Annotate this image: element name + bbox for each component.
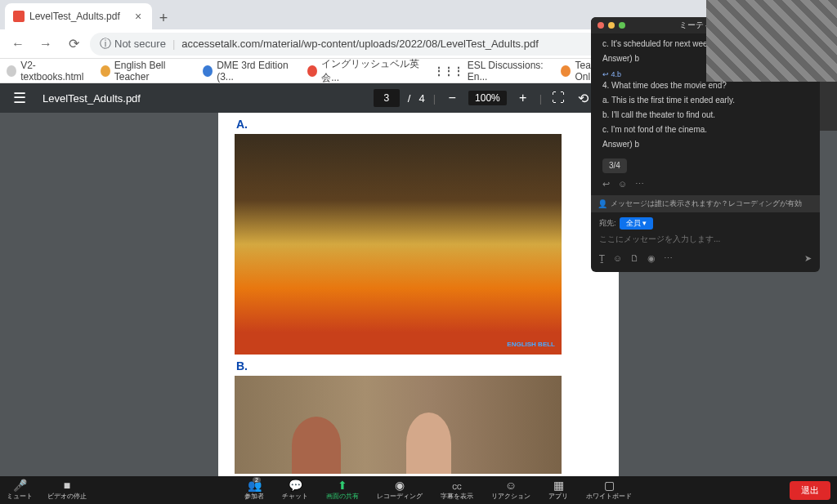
chat-footer: Ṯ ☺ 🗋 ◉ ⋯ ➤ — [591, 248, 820, 272]
chat-line: a. This is the first time it ended early… — [602, 95, 808, 106]
bookmark-icon — [203, 65, 213, 77]
send-icon[interactable]: ➤ — [804, 253, 812, 264]
bookmark-icon — [307, 65, 317, 77]
format-icon[interactable]: Ṯ — [599, 253, 605, 264]
bookmark-icon — [101, 65, 110, 77]
chat-input[interactable] — [599, 234, 812, 243]
emoji-picker-icon[interactable]: ☺ — [613, 253, 622, 264]
image-a-fruit-market: ENGLISH BELL — [235, 134, 562, 355]
zoom-level[interactable]: 100% — [468, 91, 507, 105]
url-text: accessetalk.com/material/wp-content/uplo… — [181, 38, 538, 50]
bookmark-item[interactable]: ⋮⋮⋮ESL Discussions: En... — [434, 60, 550, 83]
rotate-button[interactable]: ⟲ — [575, 91, 591, 106]
screenshot-icon[interactable]: ◉ — [647, 253, 656, 264]
back-button[interactable]: ← — [7, 33, 29, 56]
whiteboard-icon: ▢ — [604, 479, 615, 491]
pdf-icon — [13, 11, 25, 22]
total-pages: 4 — [418, 92, 424, 105]
window-min-icon[interactable] — [608, 22, 615, 29]
pdf-menu-icon[interactable]: ☰ — [13, 89, 33, 107]
smile-icon: ☺ — [505, 479, 517, 491]
chat-line: c. I'm not fond of the cinema. — [602, 124, 808, 136]
security-indicator[interactable]: Not secure — [100, 37, 166, 51]
zoom-out-button[interactable]: − — [444, 91, 460, 105]
bookmark-icon — [7, 65, 16, 77]
image-label-a: A. — [236, 118, 602, 131]
image-b-restaurant — [235, 376, 562, 474]
bookmark-item[interactable]: イングリッシュベル英会... — [307, 57, 423, 85]
apps-icon: ▦ — [553, 479, 564, 491]
whiteboard-button[interactable]: ▢ホワイトボード — [586, 479, 632, 501]
video-button[interactable]: ■ビデオの停止 — [47, 479, 87, 501]
record-button[interactable]: ◉レコーディング — [377, 479, 423, 501]
to-selector[interactable]: 全員 ▾ — [620, 217, 654, 230]
share-icon: ⬆ — [338, 479, 347, 491]
pdf-filename: LevelTest_Adults.pdf — [43, 92, 141, 105]
watermark: ENGLISH BELL — [507, 341, 555, 348]
participants-button[interactable]: 2👥参加者 — [244, 479, 264, 501]
close-tab-icon[interactable]: × — [132, 11, 144, 22]
mic-icon: 🎤 — [13, 479, 27, 491]
more-options-icon[interactable]: ⋯ — [664, 253, 673, 264]
reply-icon[interactable]: ↩ — [602, 178, 610, 190]
chat-compose: 宛先: 全員 ▾ — [591, 212, 820, 248]
camera-icon: ■ — [64, 479, 70, 491]
reactions-button[interactable]: ☺リアクション — [491, 479, 530, 501]
pdf-page: A. ENGLISH BELL B. — [218, 113, 619, 476]
bookmark-icon: ⋮⋮⋮ — [434, 65, 463, 77]
emoji-icon[interactable]: ☺ — [618, 178, 627, 190]
page-number-input[interactable]: 3 — [374, 89, 400, 107]
zoom-controls-bar: 🎤ミュート ■ビデオの停止 2👥参加者 💬チャット ⬆画面の共有 ◉レコーディン… — [0, 476, 837, 504]
bookmark-item[interactable]: V2-textbooks.html — [7, 60, 89, 83]
chat-line: b. I'll call the theater to find out. — [602, 109, 808, 121]
video-tile-main[interactable] — [706, 0, 837, 82]
share-screen-button[interactable]: ⬆画面の共有 — [326, 479, 359, 501]
window-close-icon[interactable] — [598, 22, 604, 29]
chat-line: Answer) b — [602, 139, 808, 150]
reload-button[interactable]: ⟳ — [62, 33, 85, 56]
chat-reaction-row: ↩ ☺ ⋯ — [602, 178, 808, 190]
fit-page-button[interactable]: ⛶ — [550, 91, 566, 105]
window-max-icon[interactable] — [619, 22, 625, 29]
chat-bubble: 3/4 — [602, 158, 627, 173]
chat-button[interactable]: 💬チャット — [282, 479, 308, 501]
new-tab-button[interactable]: + — [152, 7, 175, 29]
chat-notice[interactable]: メッセージは誰に表示されますか？レコーディングが有効 — [591, 195, 820, 212]
more-icon[interactable]: ⋯ — [635, 178, 644, 190]
image-label-b: B. — [236, 359, 602, 372]
browser-tab[interactable]: LevelTest_Adults.pdf × — [5, 3, 152, 29]
chat-to-row: 宛先: 全員 ▾ — [599, 217, 812, 230]
chat-icon: 💬 — [289, 479, 302, 491]
captions-button[interactable]: ㏄字幕を表示 — [441, 479, 473, 501]
forward-button[interactable]: → — [34, 33, 57, 56]
bookmark-item[interactable]: English Bell Teacher — [101, 60, 191, 83]
record-icon: ◉ — [395, 479, 405, 491]
page-sep: / — [408, 92, 411, 105]
attach-file-icon[interactable]: 🗋 — [630, 253, 639, 264]
to-label: 宛先: — [599, 218, 616, 229]
participants-count: 2 — [253, 477, 261, 483]
bookmark-item[interactable]: DME 3rd Edition (3... — [203, 60, 296, 83]
leave-button[interactable]: 退出 — [790, 481, 830, 500]
tab-title: LevelTest_Adults.pdf — [29, 11, 120, 22]
mute-button[interactable]: 🎤ミュート — [7, 479, 33, 501]
apps-button[interactable]: ▦アプリ — [548, 479, 568, 501]
bookmark-icon — [561, 65, 571, 77]
zoom-in-button[interactable]: + — [515, 91, 531, 105]
cursor-icon: ⬉ — [582, 234, 592, 248]
cc-icon: ㏄ — [451, 479, 463, 491]
